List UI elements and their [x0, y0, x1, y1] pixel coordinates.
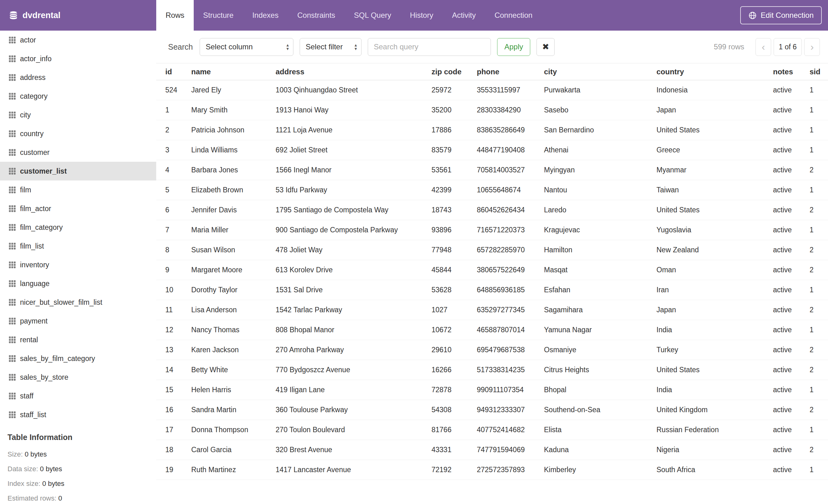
cell-id: 13	[156, 340, 182, 360]
table-row[interactable]: 6Jennifer Davis1795 Santiago de Composte…	[156, 200, 828, 220]
tab-sql-query[interactable]: SQL Query	[345, 0, 401, 31]
cell-sid: 1	[800, 80, 828, 100]
sidebar-item-film[interactable]: film	[0, 181, 156, 199]
cell-id: 19	[156, 460, 182, 480]
cell-phone: 465887807014	[468, 320, 535, 340]
sidebar-item-customer_list[interactable]: customer_list	[0, 162, 156, 181]
tab-rows[interactable]: Rows	[156, 0, 194, 31]
next-page-button[interactable]: ›	[804, 38, 820, 56]
cell-zip-code: 10672	[422, 320, 468, 340]
cell-id: 10	[156, 280, 182, 300]
edit-connection-button[interactable]: Edit Connection	[740, 6, 822, 25]
sidebar-item-film_actor[interactable]: film_actor	[0, 199, 156, 218]
sidebar-item-language[interactable]: language	[0, 274, 156, 293]
table-icon	[8, 317, 16, 325]
table-row[interactable]: 10Dorothy Taylor1531 Sal Drive5362864885…	[156, 280, 828, 300]
table-row[interactable]: 8Susan Wilson478 Joliet Way7794865728228…	[156, 240, 828, 260]
table-row[interactable]: 1Mary Smith1913 Hanoi Way352002830338429…	[156, 100, 828, 120]
prev-page-button[interactable]: ‹	[755, 38, 771, 56]
column-select[interactable]: Select column ▴▾	[200, 38, 293, 56]
cell-phone: 272572357893	[468, 460, 535, 480]
tab-structure[interactable]: Structure	[194, 0, 243, 31]
sidebar-item-film_category[interactable]: film_category	[0, 218, 156, 237]
cell-id: 4	[156, 160, 182, 180]
cell-sid: 2	[800, 300, 828, 320]
table-row[interactable]: 5Elizabeth Brown53 Idfu Parkway423991065…	[156, 180, 828, 200]
cell-address: 270 Amroha Parkway	[266, 340, 422, 360]
cell-phone: 716571220373	[468, 220, 535, 240]
table-info-size: Size:0 bytes	[7, 447, 156, 462]
cell-phone: 747791594069	[468, 440, 535, 460]
cell-city: Sagamihara	[535, 300, 648, 320]
sidebar-item-staff_list[interactable]: staff_list	[0, 405, 156, 424]
cell-name: Mary Smith	[182, 100, 266, 120]
column-header-zip-code[interactable]: zip code	[422, 63, 468, 80]
cell-name: Maria Miller	[182, 220, 266, 240]
sidebar-item-actor_info[interactable]: actor_info	[0, 49, 156, 68]
table-row[interactable]: 14Betty White770 Bydgoszcz Avenue1626651…	[156, 360, 828, 380]
sidebar-item-inventory[interactable]: inventory	[0, 256, 156, 274]
cell-notes: active	[764, 300, 800, 320]
sidebar-item-customer[interactable]: customer	[0, 143, 156, 162]
cell-sid: 2	[800, 200, 828, 220]
table-row[interactable]: 19Ruth Martinez1417 Lancaster Avenue7219…	[156, 460, 828, 480]
column-header-city[interactable]: city	[535, 63, 648, 80]
tab-activity[interactable]: Activity	[443, 0, 485, 31]
table-row[interactable]: 18Carol Garcia320 Brest Avenue4333174779…	[156, 440, 828, 460]
cell-sid: 1	[800, 380, 828, 400]
table-row[interactable]: 17Donna Thompson270 Toulon Boulevard8176…	[156, 420, 828, 440]
cell-address: 1542 Tarlac Parkway	[266, 300, 422, 320]
sidebar-item-nicer_but_slower_film_list[interactable]: nicer_but_slower_film_list	[0, 293, 156, 312]
tab-connection[interactable]: Connection	[485, 0, 542, 31]
sidebar-item-country[interactable]: country	[0, 124, 156, 143]
apply-button[interactable]: Apply	[497, 38, 530, 56]
column-header-phone[interactable]: phone	[468, 63, 535, 80]
cell-city: San Bernardino	[535, 120, 648, 140]
sidebar-item-category[interactable]: category	[0, 87, 156, 105]
column-header-country[interactable]: country	[648, 63, 764, 80]
sidebar-item-film_list[interactable]: film_list	[0, 237, 156, 256]
sidebar-item-city[interactable]: city	[0, 105, 156, 124]
column-header-name[interactable]: name	[182, 63, 266, 80]
column-header-sid[interactable]: sid	[800, 63, 828, 80]
sidebar-item-rental[interactable]: rental	[0, 330, 156, 349]
pagination: ‹ 1 of 6 ›	[755, 38, 820, 56]
table-row[interactable]: 15Helen Harris419 Iligan Lane72878990911…	[156, 380, 828, 400]
cell-zip-code: 93896	[422, 220, 468, 240]
tab-constraints[interactable]: Constraints	[288, 0, 344, 31]
cell-country: Greece	[648, 140, 764, 160]
sidebar-item-sales_by_store[interactable]: sales_by_store	[0, 368, 156, 386]
table-row[interactable]: 9Margaret Moore613 Korolev Drive45844380…	[156, 260, 828, 280]
sidebar-item-actor[interactable]: actor	[0, 31, 156, 49]
cell-address: 1795 Santiago de Compostela Way	[266, 200, 422, 220]
table-row[interactable]: 16Sandra Martin360 Toulouse Parkway54308…	[156, 400, 828, 420]
table-row[interactable]: 2Patricia Johnson1121 Loja Avenue1788683…	[156, 120, 828, 140]
tab-history[interactable]: History	[401, 0, 443, 31]
cell-notes: active	[764, 120, 800, 140]
column-header-address[interactable]: address	[266, 63, 422, 80]
column-header-notes[interactable]: notes	[764, 63, 800, 80]
table-row[interactable]: 524Jared Ely1003 Qinhuangdao Street25972…	[156, 80, 828, 100]
table-row[interactable]: 11Lisa Anderson1542 Tarlac Parkway102763…	[156, 300, 828, 320]
sidebar-item-staff[interactable]: staff	[0, 386, 156, 405]
table-name-label: sales_by_store	[20, 373, 69, 381]
search-input[interactable]	[368, 38, 491, 56]
table-row[interactable]: 3Linda Williams692 Joliet Street83579448…	[156, 140, 828, 160]
table-row[interactable]: 4Barbara Jones1566 Inegl Manor5356170581…	[156, 160, 828, 180]
tab-indexes[interactable]: Indexes	[243, 0, 288, 31]
table-row[interactable]: 13Karen Jackson270 Amroha Parkway2961069…	[156, 340, 828, 360]
sidebar-item-sales_by_film_category[interactable]: sales_by_film_category	[0, 349, 156, 368]
cell-name: Barbara Jones	[182, 160, 266, 180]
clear-search-button[interactable]: ✖	[536, 38, 554, 56]
table-row[interactable]: 12Nancy Thomas808 Bhopal Manor1067246588…	[156, 320, 828, 340]
cell-country: Turkey	[648, 340, 764, 360]
filter-select[interactable]: Select filter ▴▾	[300, 38, 362, 56]
cell-country: United States	[648, 120, 764, 140]
cell-id: 3	[156, 140, 182, 160]
sidebar-item-address[interactable]: address	[0, 68, 156, 87]
sidebar-item-payment[interactable]: payment	[0, 312, 156, 330]
column-header-id[interactable]: id	[156, 63, 182, 80]
table-icon	[8, 36, 16, 44]
column-select-value: Select column	[206, 42, 253, 51]
table-row[interactable]: 7Maria Miller900 Santiago de Compostela …	[156, 220, 828, 240]
